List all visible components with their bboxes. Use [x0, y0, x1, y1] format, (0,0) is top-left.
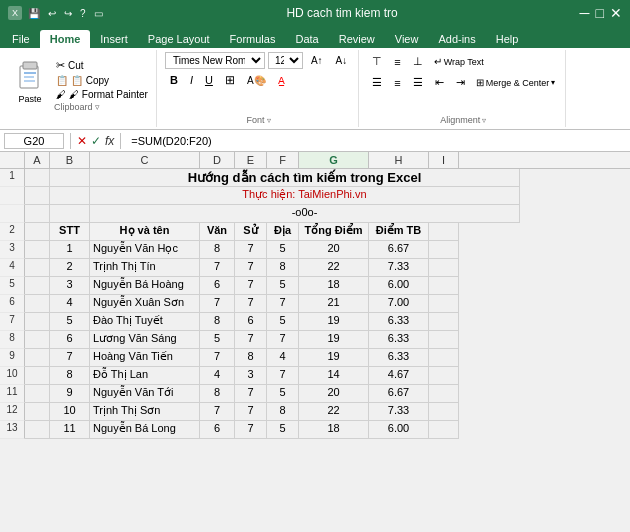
menu-quick-btn[interactable]: ▭ [92, 7, 105, 20]
cell-D3[interactable]: 8 [200, 241, 235, 259]
row-header-12[interactable]: 12 [0, 403, 25, 421]
cell-B9[interactable]: 7 [50, 349, 90, 367]
cell-E4[interactable]: 7 [235, 259, 267, 277]
cell-B13[interactable]: 11 [50, 421, 90, 439]
cell-G10[interactable]: 14 [299, 367, 369, 385]
cell-A-sub[interactable] [25, 187, 50, 205]
cell-C7[interactable]: Đào Thị Tuyết [90, 313, 200, 331]
cell-C12[interactable]: Trịnh Thị Sơn [90, 403, 200, 421]
cell-D8[interactable]: 5 [200, 331, 235, 349]
cell-B-sub[interactable] [50, 187, 90, 205]
cell-D7[interactable]: 8 [200, 313, 235, 331]
cell-G9[interactable]: 19 [299, 349, 369, 367]
cell-F11[interactable]: 5 [267, 385, 299, 403]
cell-C11[interactable]: Nguyễn Văn Tới [90, 385, 200, 403]
increase-indent-btn[interactable]: ⇥ [451, 73, 470, 92]
cell-F7[interactable]: 5 [267, 313, 299, 331]
cell-H9[interactable]: 6.33 [369, 349, 429, 367]
cell-B7[interactable]: 5 [50, 313, 90, 331]
cell-C13[interactable]: Nguyễn Bá Long [90, 421, 200, 439]
font-size-select[interactable]: 12 [268, 52, 303, 69]
cell-A5[interactable] [25, 277, 50, 295]
format-painter-button[interactable]: 🖌 🖌 Format Painter [54, 88, 150, 101]
cell-F2[interactable]: Địa [267, 223, 299, 241]
cell-G2[interactable]: Tổng Điểm [299, 223, 369, 241]
cell-F13[interactable]: 5 [267, 421, 299, 439]
cell-B-div[interactable] [50, 205, 90, 223]
cell-A1[interactable] [25, 169, 50, 187]
cell-H7[interactable]: 6.33 [369, 313, 429, 331]
cell-G5[interactable]: 18 [299, 277, 369, 295]
col-header-F[interactable]: F [267, 152, 299, 168]
copy-button[interactable]: 📋 📋 Copy [54, 74, 150, 87]
cell-I10[interactable] [429, 367, 459, 385]
cell-G8[interactable]: 19 [299, 331, 369, 349]
cancel-formula-btn[interactable]: ✕ [77, 134, 87, 148]
cell-I12[interactable] [429, 403, 459, 421]
cell-C4[interactable]: Trịnh Thị Tín [90, 259, 200, 277]
cell-C1[interactable]: Hướng dẫn cách tìm kiếm trong Excel [90, 169, 520, 187]
cell-C10[interactable]: Đỗ Thị Lan [90, 367, 200, 385]
cell-F5[interactable]: 5 [267, 277, 299, 295]
cell-B4[interactable]: 2 [50, 259, 90, 277]
align-top-btn[interactable]: ⊤ [367, 52, 387, 71]
help-quick-btn[interactable]: ? [78, 7, 88, 20]
cell-H4[interactable]: 7.33 [369, 259, 429, 277]
col-header-E[interactable]: E [235, 152, 267, 168]
undo-quick-btn[interactable]: ↩ [46, 7, 58, 20]
tab-home[interactable]: Home [40, 30, 91, 48]
cell-E12[interactable]: 7 [235, 403, 267, 421]
tab-review[interactable]: Review [329, 30, 385, 48]
cell-G7[interactable]: 19 [299, 313, 369, 331]
tab-view[interactable]: View [385, 30, 429, 48]
col-header-G[interactable]: G [299, 152, 369, 168]
cell-I9[interactable] [429, 349, 459, 367]
underline-button[interactable]: U [200, 72, 218, 88]
cell-H10[interactable]: 4.67 [369, 367, 429, 385]
wrap-text-button[interactable]: ↵ Wrap Text [430, 54, 488, 69]
row-header-9[interactable]: 9 [0, 349, 25, 367]
cell-D10[interactable]: 4 [200, 367, 235, 385]
cell-D4[interactable]: 7 [200, 259, 235, 277]
row-header-6[interactable]: 6 [0, 295, 25, 313]
cell-E6[interactable]: 7 [235, 295, 267, 313]
cell-D11[interactable]: 8 [200, 385, 235, 403]
cell-D2[interactable]: Văn [200, 223, 235, 241]
cell-I13[interactable] [429, 421, 459, 439]
col-header-D[interactable]: D [200, 152, 235, 168]
cell-A4[interactable] [25, 259, 50, 277]
tab-formulas[interactable]: Formulas [220, 30, 286, 48]
row-header-1[interactable]: 1 [0, 169, 25, 187]
tab-insert[interactable]: Insert [90, 30, 138, 48]
save-quick-btn[interactable]: 💾 [26, 7, 42, 20]
cell-E9[interactable]: 8 [235, 349, 267, 367]
cell-D12[interactable]: 7 [200, 403, 235, 421]
cell-C5[interactable]: Nguyễn Bá Hoàng [90, 277, 200, 295]
cell-A11[interactable] [25, 385, 50, 403]
cell-I5[interactable] [429, 277, 459, 295]
confirm-formula-btn[interactable]: ✓ [91, 134, 101, 148]
cell-C-div[interactable]: -o0o- [90, 205, 520, 223]
cell-G11[interactable]: 20 [299, 385, 369, 403]
cell-I4[interactable] [429, 259, 459, 277]
cell-I8[interactable] [429, 331, 459, 349]
align-center-btn[interactable]: ≡ [389, 74, 405, 92]
cell-G13[interactable]: 18 [299, 421, 369, 439]
cell-B1[interactable] [50, 169, 90, 187]
tab-addins[interactable]: Add-ins [428, 30, 485, 48]
tab-file[interactable]: File [2, 30, 40, 48]
close-btn[interactable]: ✕ [610, 5, 622, 21]
cell-D9[interactable]: 7 [200, 349, 235, 367]
cell-A8[interactable] [25, 331, 50, 349]
cell-E2[interactable]: Sử [235, 223, 267, 241]
cell-F3[interactable]: 5 [267, 241, 299, 259]
paste-button[interactable]: Paste [10, 54, 50, 106]
borders-button[interactable]: ⊞ [220, 71, 240, 89]
font-expand-icon[interactable]: ▿ [267, 116, 271, 125]
cell-I6[interactable] [429, 295, 459, 313]
bold-button[interactable]: B [165, 72, 183, 88]
cell-H5[interactable]: 6.00 [369, 277, 429, 295]
decrease-indent-btn[interactable]: ⇤ [430, 73, 449, 92]
align-middle-btn[interactable]: ≡ [389, 53, 405, 71]
alignment-expand-icon[interactable]: ▿ [482, 116, 486, 125]
